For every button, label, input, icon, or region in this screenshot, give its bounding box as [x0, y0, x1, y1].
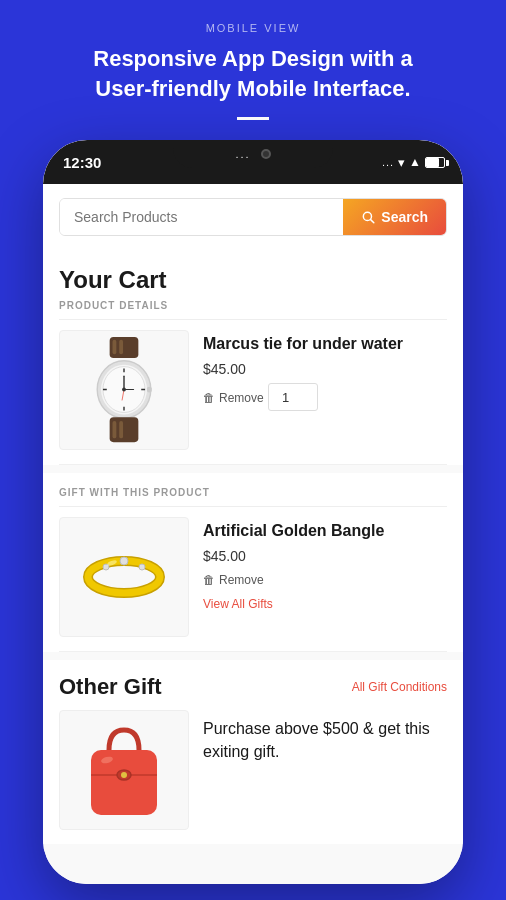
bangle-image — [59, 517, 189, 637]
gift-label: GIFT WITH THIS PRODUCT — [59, 487, 447, 507]
svg-point-23 — [139, 564, 145, 570]
search-button-label: Search — [381, 209, 428, 225]
remove-label: Remove — [219, 391, 264, 405]
gift-item-name: Artificial Golden Bangle — [203, 521, 447, 542]
search-button[interactable]: Search — [343, 199, 446, 235]
all-gift-conditions-button[interactable]: All Gift Conditions — [352, 680, 447, 694]
gift-item-info: Artificial Golden Bangle $45.00 🗑 Remove… — [203, 517, 447, 637]
svg-rect-4 — [119, 340, 123, 354]
svg-rect-18 — [113, 421, 117, 438]
divider — [237, 117, 269, 120]
handbag-svg — [79, 715, 169, 825]
bangle-svg — [74, 527, 174, 627]
phone-shell: 12:30 ... ... ▾ ▲ Sear — [43, 140, 463, 884]
gift-remove-label: Remove — [219, 573, 264, 587]
search-section: Search — [43, 184, 463, 250]
notch: ... — [173, 140, 333, 168]
camera-icon — [261, 149, 271, 159]
view-all-gifts-button[interactable]: View All Gifts — [203, 597, 273, 611]
headline: Responsive App Design with a User-friend… — [63, 44, 443, 103]
svg-rect-26 — [91, 750, 157, 815]
product-details-label: PRODUCT DETAILS — [59, 300, 447, 320]
gift-item-remove-button[interactable]: 🗑 Remove — [203, 573, 264, 587]
search-bar: Search — [59, 198, 447, 236]
mobile-view-label: MOBILE VIEW — [20, 22, 486, 34]
gift-item-row: Artificial Golden Bangle $45.00 🗑 Remove… — [59, 517, 447, 652]
gift-section: GIFT WITH THIS PRODUCT — [43, 473, 463, 652]
gift-bag-image — [59, 710, 189, 830]
battery-icon — [425, 157, 445, 168]
status-icons: ... ▾ ▲ — [382, 155, 445, 170]
signal-bars-icon: ▲ — [409, 155, 421, 169]
svg-rect-16 — [147, 387, 152, 393]
status-time: 12:30 — [63, 154, 101, 171]
watch-image — [59, 330, 189, 450]
svg-line-1 — [371, 220, 374, 223]
trash-icon: 🗑 — [203, 391, 215, 405]
wifi-icon: ▾ — [398, 155, 405, 170]
watch-svg — [79, 335, 169, 445]
other-gift-info: Purchase above $500 & get this exiting g… — [203, 710, 447, 830]
svg-rect-3 — [113, 340, 117, 354]
svg-point-22 — [120, 557, 128, 565]
cart-title: Your Cart — [59, 266, 447, 294]
trash-icon-gift: 🗑 — [203, 573, 215, 587]
notch-dots: ... — [235, 148, 250, 160]
other-gift-section: Other Gift All Gift Conditions — [43, 660, 463, 844]
gift-item-price: $45.00 — [203, 548, 447, 564]
svg-rect-19 — [119, 421, 123, 438]
cart-item-name: Marcus tie for under water — [203, 334, 447, 355]
cart-item-quantity-input[interactable] — [268, 383, 318, 411]
cart-item-price: $45.00 — [203, 361, 447, 377]
other-gift-description: Purchase above $500 & get this exiting g… — [203, 714, 447, 763]
cart-item-row: Marcus tie for under water $45.00 🗑 Remo… — [59, 330, 447, 465]
search-icon — [361, 210, 375, 224]
svg-point-15 — [122, 388, 126, 392]
other-gift-header: Other Gift All Gift Conditions — [59, 674, 447, 700]
svg-point-29 — [121, 772, 127, 778]
other-gift-title: Other Gift — [59, 674, 162, 700]
header-area: MOBILE VIEW Responsive App Design with a… — [0, 0, 506, 140]
cart-section: Your Cart PRODUCT DETAILS — [43, 250, 463, 465]
status-bar: 12:30 ... ... ▾ ▲ — [43, 140, 463, 184]
search-input[interactable] — [60, 199, 343, 235]
cart-item-remove-button[interactable]: 🗑 Remove — [203, 391, 264, 405]
phone-body: Search Your Cart PRODUCT DETAILS — [43, 184, 463, 884]
cart-item-info: Marcus tie for under water $45.00 🗑 Remo… — [203, 330, 447, 450]
other-gift-row: Purchase above $500 & get this exiting g… — [59, 710, 447, 830]
signal-dots: ... — [382, 156, 394, 168]
